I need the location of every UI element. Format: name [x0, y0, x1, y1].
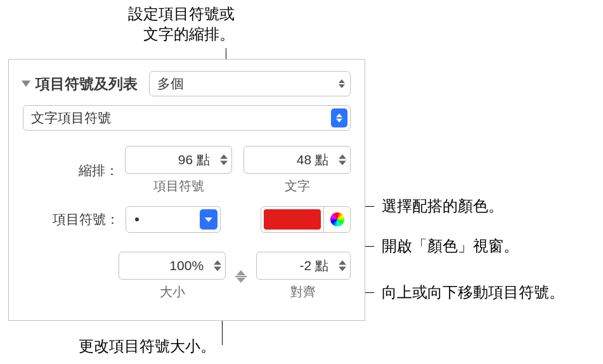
section-header-row: 項目符號及列表 多個	[23, 71, 351, 96]
bullet-align-sublabel: 對齊	[290, 283, 316, 301]
bullet-color-combo	[261, 206, 351, 233]
stepper-icon[interactable]	[339, 155, 346, 166]
bullet-align-stepper[interactable]: -2 點	[256, 252, 351, 280]
bullet-indent-sublabel: 項目符號	[153, 178, 204, 195]
updown-chevron-icon	[339, 79, 345, 88]
chevron-down-icon	[200, 209, 217, 230]
vertical-align-icon	[232, 268, 250, 285]
list-preset-select[interactable]: 多個	[149, 71, 351, 96]
bullet-symbol-row: 項目符號：	[23, 206, 351, 233]
indent-label: 縮排：	[23, 162, 119, 179]
color-wheel-icon	[330, 212, 344, 226]
bullet-align-value: -2 點	[257, 257, 331, 275]
bullet-indent-value: 96 點	[126, 151, 212, 169]
stepper-icon[interactable]	[220, 155, 228, 166]
text-indent-value: 48 點	[244, 151, 331, 169]
bullet-type-select[interactable]: 文字項目符號	[23, 105, 351, 131]
text-indent-sublabel: 文字	[285, 178, 310, 195]
stepper-icon[interactable]	[339, 261, 346, 271]
color-wheel-button[interactable]	[323, 207, 350, 232]
stepper-icon[interactable]	[214, 261, 221, 271]
bullet-size-stepper[interactable]: 100%	[119, 252, 226, 280]
bullet-size-value: 100%	[119, 258, 206, 273]
updown-chevron-icon	[331, 108, 347, 127]
disclosure-triangle-icon[interactable]	[22, 81, 30, 87]
section-title: 項目符號及列表	[36, 74, 138, 94]
size-align-row: 100% 大小 -2 點 對齊	[23, 252, 351, 301]
color-swatch[interactable]	[264, 209, 321, 230]
annotation-size-change: 更改項目符號大小。	[57, 336, 216, 356]
indent-row: 縮排： 96 點 項目符號 48 點 文字	[23, 146, 351, 195]
bullet-type-row: 文字項目符號	[23, 105, 351, 131]
list-preset-value: 多個	[157, 75, 184, 93]
bullet-dot-icon	[135, 218, 139, 221]
text-indent-stepper[interactable]: 48 點	[243, 146, 351, 174]
annotation-indent: 設定項目符號或 文字的縮排。	[57, 4, 235, 45]
annotation-color-window: 開啟「顏色」視窗。	[382, 236, 519, 256]
bullet-indent-stepper[interactable]: 96 點	[125, 146, 232, 174]
bullets-lists-panel: 項目符號及列表 多個 文字項目符號 縮排： 96 點	[8, 59, 365, 321]
bullet-type-value: 文字項目符號	[31, 109, 111, 127]
bullet-size-sublabel: 大小	[160, 283, 185, 301]
bullet-symbol-label: 項目符號：	[23, 211, 119, 228]
annotation-color-match: 選擇配搭的顏色。	[382, 196, 503, 216]
bullet-glyph-select[interactable]	[126, 206, 221, 233]
annotation-move-bullet: 向上或向下移動項目符號。	[382, 282, 564, 302]
